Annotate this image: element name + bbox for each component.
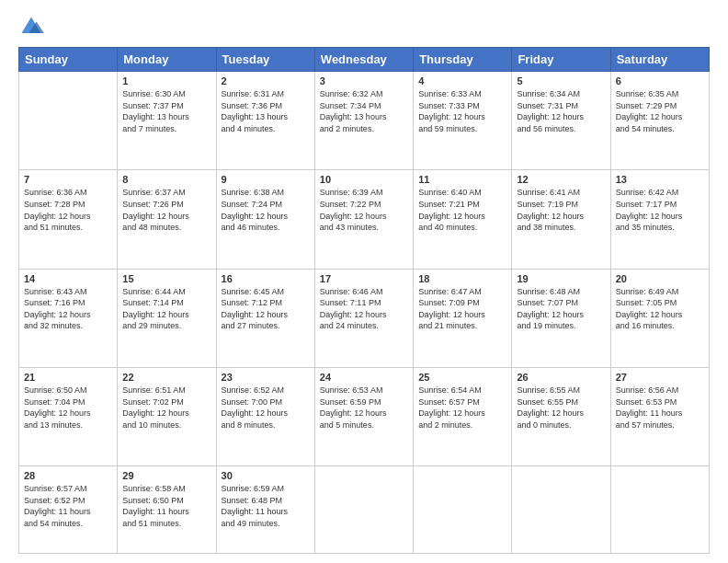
day-info: Sunrise: 6:56 AMSunset: 6:53 PMDaylight:… [616,385,704,431]
calendar-cell: 3Sunrise: 6:32 AMSunset: 7:34 PMDaylight… [314,72,413,170]
calendar-cell: 17Sunrise: 6:46 AMSunset: 7:11 PMDayligh… [314,269,413,367]
calendar-cell: 9Sunrise: 6:38 AMSunset: 7:24 PMDaylight… [216,170,314,269]
calendar-cell: 14Sunrise: 6:43 AMSunset: 7:16 PMDayligh… [19,269,118,367]
calendar-cell: 8Sunrise: 6:37 AMSunset: 7:26 PMDaylight… [118,170,216,269]
calendar-cell [19,72,118,170]
day-info: Sunrise: 6:57 AMSunset: 6:52 PMDaylight:… [24,483,112,529]
calendar-cell [610,466,709,554]
day-number: 26 [517,372,605,383]
calendar-cell: 23Sunrise: 6:52 AMSunset: 7:00 PMDayligh… [216,367,314,465]
logo [18,14,48,40]
day-number: 23 [222,372,310,383]
day-info: Sunrise: 6:51 AMSunset: 7:02 PMDaylight:… [122,385,210,431]
calendar-cell: 12Sunrise: 6:41 AMSunset: 7:19 PMDayligh… [512,170,610,269]
day-info: Sunrise: 6:59 AMSunset: 6:48 PMDaylight:… [222,483,310,529]
calendar-week-row: 7Sunrise: 6:36 AMSunset: 7:28 PMDaylight… [19,170,710,269]
calendar-cell [314,466,413,554]
day-info: Sunrise: 6:45 AMSunset: 7:12 PMDaylight:… [222,286,310,332]
day-info: Sunrise: 6:38 AMSunset: 7:24 PMDaylight:… [222,187,310,233]
calendar-cell: 19Sunrise: 6:48 AMSunset: 7:07 PMDayligh… [512,269,610,367]
calendar-cell: 28Sunrise: 6:57 AMSunset: 6:52 PMDayligh… [19,466,118,554]
calendar-week-row: 21Sunrise: 6:50 AMSunset: 7:04 PMDayligh… [19,367,710,465]
day-info: Sunrise: 6:31 AMSunset: 7:36 PMDaylight:… [222,88,310,134]
day-number: 3 [320,75,408,86]
header [18,14,710,40]
day-info: Sunrise: 6:49 AMSunset: 7:05 PMDaylight:… [616,286,704,332]
calendar-cell [414,466,512,554]
day-number: 8 [122,174,210,185]
day-info: Sunrise: 6:54 AMSunset: 6:57 PMDaylight:… [418,385,506,431]
calendar-cell: 27Sunrise: 6:56 AMSunset: 6:53 PMDayligh… [610,367,709,465]
calendar-day-header: Tuesday [216,48,314,72]
day-number: 20 [616,273,704,284]
calendar-cell: 10Sunrise: 6:39 AMSunset: 7:22 PMDayligh… [314,170,413,269]
day-number: 24 [320,372,408,383]
day-info: Sunrise: 6:48 AMSunset: 7:07 PMDaylight:… [517,286,605,332]
day-number: 6 [616,75,704,86]
day-info: Sunrise: 6:33 AMSunset: 7:33 PMDaylight:… [418,88,506,134]
day-number: 22 [122,372,210,383]
day-number: 27 [616,372,704,383]
day-info: Sunrise: 6:30 AMSunset: 7:37 PMDaylight:… [122,88,210,134]
day-info: Sunrise: 6:55 AMSunset: 6:55 PMDaylight:… [517,385,605,431]
day-number: 11 [418,174,506,185]
day-number: 16 [222,273,310,284]
day-number: 7 [24,174,112,185]
calendar-cell: 4Sunrise: 6:33 AMSunset: 7:33 PMDaylight… [414,72,512,170]
day-number: 10 [320,174,408,185]
calendar-cell: 29Sunrise: 6:58 AMSunset: 6:50 PMDayligh… [118,466,216,554]
day-info: Sunrise: 6:58 AMSunset: 6:50 PMDaylight:… [122,483,210,529]
day-number: 13 [616,174,704,185]
day-number: 30 [222,470,310,481]
day-info: Sunrise: 6:53 AMSunset: 6:59 PMDaylight:… [320,385,408,431]
day-info: Sunrise: 6:44 AMSunset: 7:14 PMDaylight:… [122,286,210,332]
calendar-cell: 22Sunrise: 6:51 AMSunset: 7:02 PMDayligh… [118,367,216,465]
logo-icon [18,14,44,40]
calendar-day-header: Monday [118,48,216,72]
day-info: Sunrise: 6:40 AMSunset: 7:21 PMDaylight:… [418,187,506,233]
calendar-cell: 20Sunrise: 6:49 AMSunset: 7:05 PMDayligh… [610,269,709,367]
calendar-cell: 13Sunrise: 6:42 AMSunset: 7:17 PMDayligh… [610,170,709,269]
calendar-header-row: SundayMondayTuesdayWednesdayThursdayFrid… [19,48,710,72]
day-number: 1 [122,75,210,86]
day-info: Sunrise: 6:43 AMSunset: 7:16 PMDaylight:… [24,286,112,332]
calendar-cell: 21Sunrise: 6:50 AMSunset: 7:04 PMDayligh… [19,367,118,465]
day-info: Sunrise: 6:50 AMSunset: 7:04 PMDaylight:… [24,385,112,431]
day-number: 21 [24,372,112,383]
calendar-cell: 24Sunrise: 6:53 AMSunset: 6:59 PMDayligh… [314,367,413,465]
calendar-cell [512,466,610,554]
calendar-cell: 6Sunrise: 6:35 AMSunset: 7:29 PMDaylight… [610,72,709,170]
day-number: 2 [222,75,310,86]
day-info: Sunrise: 6:47 AMSunset: 7:09 PMDaylight:… [418,286,506,332]
day-info: Sunrise: 6:34 AMSunset: 7:31 PMDaylight:… [517,88,605,134]
calendar-cell: 1Sunrise: 6:30 AMSunset: 7:37 PMDaylight… [118,72,216,170]
calendar-cell: 15Sunrise: 6:44 AMSunset: 7:14 PMDayligh… [118,269,216,367]
calendar-cell: 30Sunrise: 6:59 AMSunset: 6:48 PMDayligh… [216,466,314,554]
day-number: 14 [24,273,112,284]
day-info: Sunrise: 6:36 AMSunset: 7:28 PMDaylight:… [24,187,112,233]
calendar-cell: 11Sunrise: 6:40 AMSunset: 7:21 PMDayligh… [414,170,512,269]
day-number: 29 [122,470,210,481]
calendar-cell: 18Sunrise: 6:47 AMSunset: 7:09 PMDayligh… [414,269,512,367]
calendar-cell: 5Sunrise: 6:34 AMSunset: 7:31 PMDaylight… [512,72,610,170]
day-number: 25 [418,372,506,383]
day-number: 12 [517,174,605,185]
page: SundayMondayTuesdayWednesdayThursdayFrid… [0,0,728,563]
day-number: 28 [24,470,112,481]
day-number: 15 [122,273,210,284]
calendar-cell: 26Sunrise: 6:55 AMSunset: 6:55 PMDayligh… [512,367,610,465]
calendar-cell: 2Sunrise: 6:31 AMSunset: 7:36 PMDaylight… [216,72,314,170]
day-info: Sunrise: 6:46 AMSunset: 7:11 PMDaylight:… [320,286,408,332]
day-info: Sunrise: 6:42 AMSunset: 7:17 PMDaylight:… [616,187,704,233]
calendar-day-header: Friday [512,48,610,72]
calendar-cell: 7Sunrise: 6:36 AMSunset: 7:28 PMDaylight… [19,170,118,269]
day-info: Sunrise: 6:39 AMSunset: 7:22 PMDaylight:… [320,187,408,233]
calendar-day-header: Thursday [414,48,512,72]
calendar-cell: 25Sunrise: 6:54 AMSunset: 6:57 PMDayligh… [414,367,512,465]
day-info: Sunrise: 6:32 AMSunset: 7:34 PMDaylight:… [320,88,408,134]
calendar-week-row: 28Sunrise: 6:57 AMSunset: 6:52 PMDayligh… [19,466,710,554]
day-number: 18 [418,273,506,284]
calendar-day-header: Wednesday [314,48,413,72]
day-number: 9 [222,174,310,185]
calendar-week-row: 1Sunrise: 6:30 AMSunset: 7:37 PMDaylight… [19,72,710,170]
